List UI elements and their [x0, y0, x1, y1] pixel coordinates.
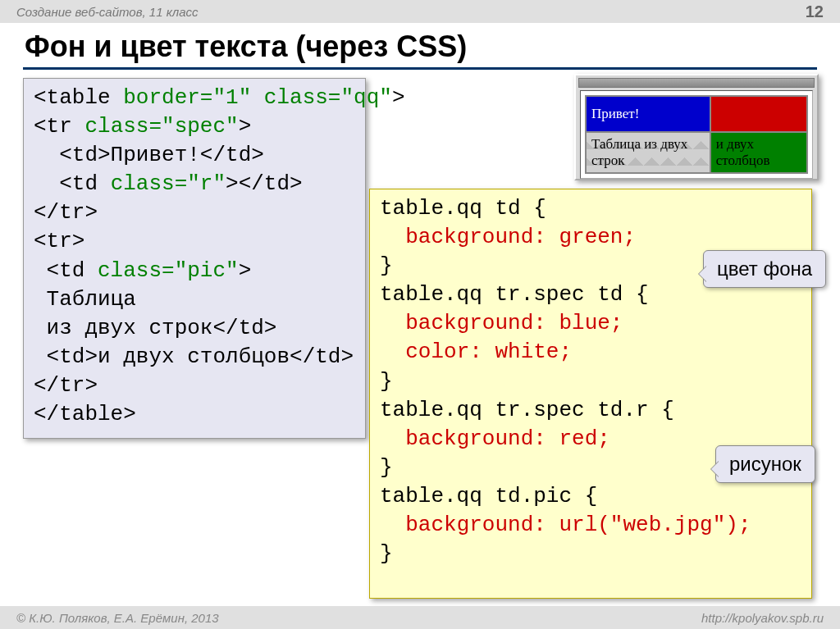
- code: table.qq tr.spec td.r {: [380, 398, 674, 422]
- code: [380, 426, 405, 451]
- header-subject: Создание веб-сайтов, 11 класс: [16, 5, 199, 19]
- code: }: [380, 455, 393, 480]
- code: background: red;: [405, 426, 610, 451]
- header-strip: Создание веб-сайтов, 11 класс 12: [0, 0, 840, 23]
- demo-titlebar: [578, 78, 815, 88]
- page-title: Фон и цвет текста (через CSS): [0, 23, 840, 67]
- code: </tr>: [34, 373, 98, 398]
- code: class="qq": [264, 85, 392, 110]
- code: [380, 225, 405, 249]
- code: table.qq tr.spec td {: [380, 282, 649, 307]
- code: [380, 311, 405, 335]
- html-code-block: <table border="1" class="qq"> <tr class=…: [23, 78, 366, 439]
- callout-bg-color: цвет фона: [703, 250, 826, 288]
- code: из двух строк</td>: [34, 316, 276, 340]
- code: >: [392, 85, 405, 110]
- code: background: url("web.jpg");: [405, 513, 751, 537]
- page-number: 12: [806, 2, 824, 21]
- callout-picture: рисунок: [715, 445, 815, 483]
- code: }: [380, 541, 393, 566]
- code: </table>: [34, 402, 136, 426]
- code: ></td>: [226, 171, 303, 196]
- code: class="pic": [98, 258, 239, 283]
- demo-cell-red: [710, 96, 807, 132]
- code: <tr: [34, 114, 84, 139]
- code: table.qq td {: [380, 196, 546, 221]
- code: <table: [34, 85, 123, 110]
- demo-cell-green: и двух столбцов: [710, 132, 807, 173]
- footer-strip: © К.Ю. Поляков, Е.А. Ерёмин, 2013 http:/…: [0, 606, 840, 629]
- footer-url: http://kpolyakov.spb.ru: [701, 611, 824, 625]
- code: background: green;: [405, 225, 636, 249]
- code: <tr>: [34, 229, 84, 253]
- code: <td: [34, 171, 111, 196]
- demo-inner: Привет! Таблица из двух строк и двух сто…: [580, 90, 813, 179]
- code: >: [239, 114, 252, 139]
- code: </tr>: [34, 200, 98, 225]
- demo-cell-hello: Привет!: [586, 96, 710, 132]
- code: <td>Привет!</td>: [34, 143, 264, 167]
- code: [380, 340, 405, 364]
- code: color: white;: [405, 340, 572, 364]
- demo-table: Привет! Таблица из двух строк и двух сто…: [585, 95, 808, 174]
- code: Таблица: [34, 287, 136, 312]
- content-area: <table border="1" class="qq"> <tr class=…: [0, 78, 840, 603]
- table-row: Привет!: [586, 96, 807, 132]
- code: }: [380, 369, 393, 394]
- code: <td>и двух столбцов</td>: [34, 344, 354, 369]
- code: class="spec": [84, 114, 238, 139]
- code: background: blue;: [405, 311, 623, 335]
- code: >: [239, 258, 252, 283]
- code: }: [380, 253, 393, 278]
- demo-cell-pic: Таблица из двух строк: [586, 132, 710, 173]
- code: border="1": [123, 85, 251, 110]
- table-row: Таблица из двух строк и двух столбцов: [586, 132, 807, 173]
- footer-copyright: © К.Ю. Поляков, Е.А. Ерёмин, 2013: [16, 611, 219, 625]
- code: table.qq td.pic {: [380, 484, 597, 508]
- code: class="r": [111, 171, 226, 196]
- code: [251, 85, 264, 110]
- demo-window: Привет! Таблица из двух строк и двух сто…: [574, 74, 819, 180]
- title-rule: [23, 67, 817, 70]
- code: [380, 513, 405, 537]
- code: <td: [34, 258, 98, 283]
